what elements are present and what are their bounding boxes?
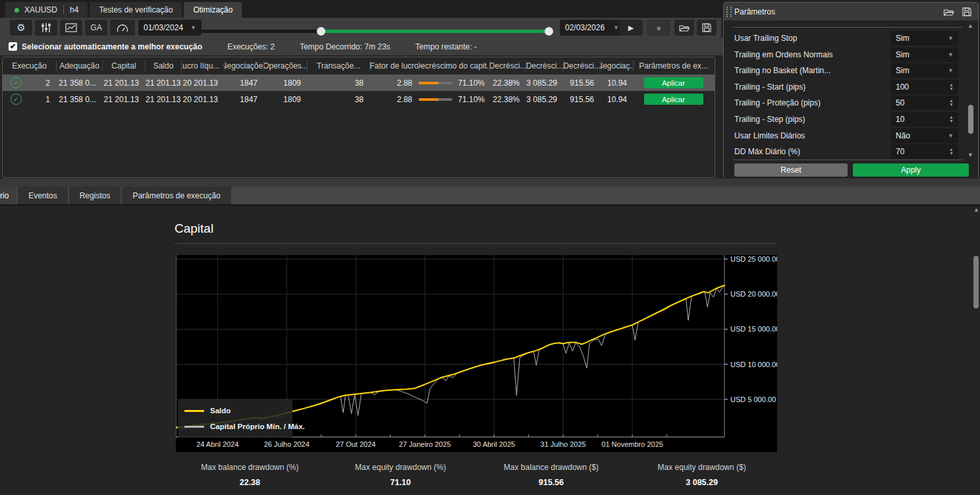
gear-icon: ⚙: [16, 22, 25, 34]
dd_abs2-value: 915.56: [564, 95, 601, 104]
tab-instrument[interactable]: XAUUSD h4: [5, 2, 88, 18]
settings-button[interactable]: ⚙: [10, 20, 32, 36]
range-handle-end[interactable]: [545, 27, 553, 36]
dd_pct2-value: 22.38%: [490, 78, 526, 88]
column-header-15[interactable]: Parâmetros de ex...: [634, 61, 713, 71]
param-stepper[interactable]: 50▲▼: [891, 96, 958, 110]
scrollbar-thumb[interactable]: [973, 256, 979, 308]
report-tab-1[interactable]: rio: [0, 187, 16, 204]
drawdown-stat: Max balance drawdown (%)22.38: [175, 463, 325, 487]
column-header-6[interactable]: Negociações: [225, 61, 264, 71]
divider: [175, 243, 777, 244]
scroll-down-icon[interactable]: ▼: [967, 152, 973, 158]
drawdown-pct: 71.10%: [458, 95, 485, 104]
equity-drawdown-cell: 71.10%: [419, 78, 490, 88]
lucro-value: 20 201.13: [182, 95, 225, 104]
svg-text:26 Julho 2024: 26 Julho 2024: [264, 440, 310, 448]
floppy-disk-icon[interactable]: [962, 7, 971, 16]
load-button[interactable]: [674, 20, 694, 36]
parameters-button[interactable]: [35, 20, 57, 36]
chevron-down-icon: ▼: [948, 51, 954, 58]
start-date-picker[interactable]: 01/03/2024 ▼: [138, 20, 202, 36]
scroll-up-icon[interactable]: ▲: [967, 22, 973, 29]
param-select[interactable]: Sim▼: [891, 31, 958, 45]
param-field-7: Usar Limites DiáriosNão▼: [734, 128, 958, 144]
report-tab-2[interactable]: Eventos: [18, 187, 67, 204]
param-label: Trailing - Step (pips): [734, 115, 886, 124]
aplicar-button[interactable]: Aplicar: [644, 77, 703, 88]
dd_abs2-value: 915.56: [564, 78, 601, 88]
tab-divider: [63, 5, 64, 15]
tab-verification-tests[interactable]: Testes de verificação: [90, 2, 182, 18]
column-header-14[interactable]: Negociaç...: [601, 61, 634, 71]
column-header-11[interactable]: Decrésci...: [490, 61, 526, 71]
param-value: Sim: [896, 34, 910, 43]
param-select[interactable]: Sim▼: [891, 63, 958, 78]
report-tab-4[interactable]: Parâmetros de execução: [122, 187, 231, 204]
start-button[interactable]: ▶: [619, 20, 643, 36]
svg-text:27 Out 2024: 27 Out 2024: [336, 440, 376, 448]
execution-row-2[interactable]: ✓221 358 0...21 201.1321 201.1320 201.13…: [3, 74, 715, 91]
vertical-scrollbar[interactable]: ▲: [972, 206, 980, 495]
report-tab-3[interactable]: Registos: [69, 187, 121, 204]
drawdown-bar: [419, 82, 452, 84]
chevron-down-icon: ▼: [190, 24, 196, 31]
column-header-5[interactable]: Lucro líqu...▼: [182, 61, 225, 71]
param-label: Usar Limites Diários: [734, 131, 886, 140]
auto-select-best-checkbox[interactable]: ✔ Selecionar automaticamente a melhor ex…: [9, 42, 202, 51]
end-date-picker[interactable]: 02/03/2026 ▼: [560, 20, 624, 36]
sliders-icon: [41, 22, 51, 33]
param-stepper[interactable]: 70▲▼: [891, 144, 958, 159]
range-handle-start[interactable]: [317, 27, 325, 36]
save-button[interactable]: [697, 20, 717, 36]
column-header-2[interactable]: Adequação: [57, 61, 103, 71]
dd_abs1-value: 3 085.29: [526, 78, 564, 88]
divider: [733, 160, 962, 160]
parameters-panel-header[interactable]: Parâmetros: [724, 3, 978, 20]
param-select[interactable]: Não▼: [891, 129, 958, 143]
stop-button[interactable]: ■: [647, 20, 670, 36]
stat-label: Max equity drawdown ($): [626, 463, 777, 472]
column-header-1[interactable]: Execução: [3, 61, 57, 71]
status-row: ✔ Selecionar automaticamente a melhor ex…: [0, 38, 730, 55]
column-header-3[interactable]: Capital: [103, 61, 146, 71]
drawdown-stat: Max equity drawdown ($)3 085.29: [626, 463, 777, 487]
tab-optimization[interactable]: Otimização: [184, 2, 242, 18]
saldo-value: 21 201.13: [146, 78, 182, 88]
param-stepper[interactable]: 10▲▼: [891, 112, 958, 127]
param-select[interactable]: Sim▼: [891, 47, 958, 62]
column-header-9[interactable]: Fator de lucro: [370, 61, 419, 71]
column-header-13[interactable]: Decrésci...: [564, 61, 601, 71]
chart-view-button[interactable]: [60, 20, 82, 36]
stepper-arrows-icon[interactable]: ▲▼: [949, 148, 954, 156]
stat-label: Max balance drawdown ($): [476, 463, 627, 472]
column-header-12[interactable]: Decrésci...: [526, 61, 564, 71]
column-header-4[interactable]: Saldo: [146, 61, 182, 71]
scroll-up-icon[interactable]: ▲: [973, 206, 979, 213]
column-header-7[interactable]: Operações...: [264, 61, 308, 71]
gauge-icon: [117, 24, 128, 32]
aplicar-button[interactable]: Aplicar: [644, 94, 703, 105]
tab-verification-label: Testes de verificação: [99, 5, 173, 15]
remaining-time: Tempo restante: -: [416, 42, 477, 51]
legend-label: Capital Próprio Mín. / Máx.: [210, 422, 305, 430]
panel-drag-handle[interactable]: [726, 7, 732, 17]
folder-open-icon[interactable]: [943, 8, 954, 16]
horizontal-splitter[interactable]: [0, 178, 980, 187]
execution-row-1[interactable]: ✓121 358 0...21 201.1321 201.1320 201.13…: [3, 91, 715, 107]
panel-scrollbar-thumb[interactable]: [968, 105, 973, 134]
report-title: Capital: [175, 221, 213, 236]
svg-text:01 Novembro 2025: 01 Novembro 2025: [601, 440, 663, 448]
column-header-8[interactable]: Transaçõe...: [308, 61, 370, 71]
reset-button[interactable]: Reset: [734, 163, 848, 177]
genetic-algorithm-button[interactable]: GA: [85, 20, 107, 36]
column-header-10[interactable]: Decréscimo do capit...: [419, 61, 490, 71]
negociacoes-value: 1847: [225, 78, 264, 88]
apply-button[interactable]: Apply: [853, 163, 969, 177]
param-stepper[interactable]: 100▲▼: [891, 80, 958, 94]
chevron-down-icon: ▼: [948, 132, 954, 139]
stepper-arrows-icon[interactable]: ▲▼: [949, 115, 954, 123]
stepper-arrows-icon[interactable]: ▲▼: [949, 99, 954, 107]
stepper-arrows-icon[interactable]: ▲▼: [949, 83, 954, 91]
performance-button[interactable]: [110, 20, 135, 36]
